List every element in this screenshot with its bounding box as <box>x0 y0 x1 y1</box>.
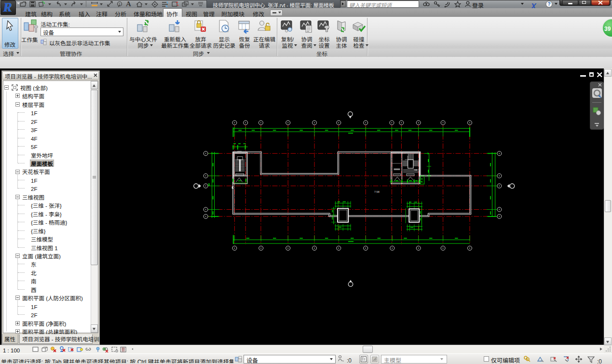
svg-text:7.58: 7.58 <box>374 190 380 193</box>
